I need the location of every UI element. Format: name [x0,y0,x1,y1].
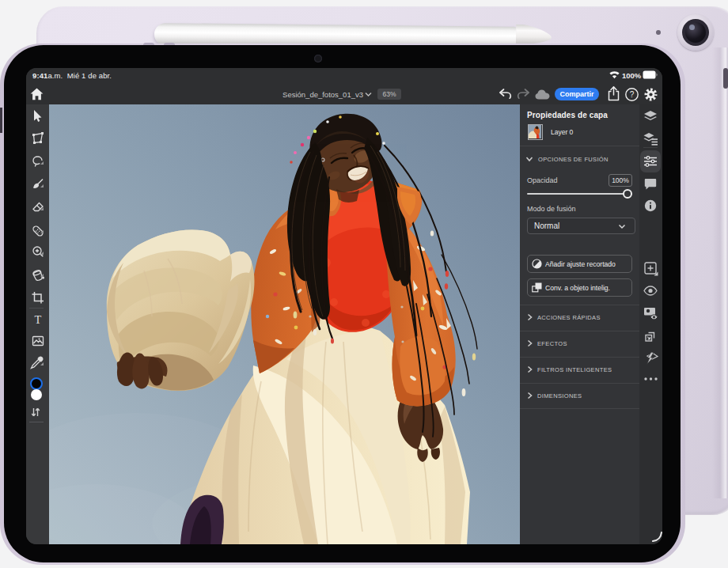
svg-text:?: ? [630,90,635,99]
